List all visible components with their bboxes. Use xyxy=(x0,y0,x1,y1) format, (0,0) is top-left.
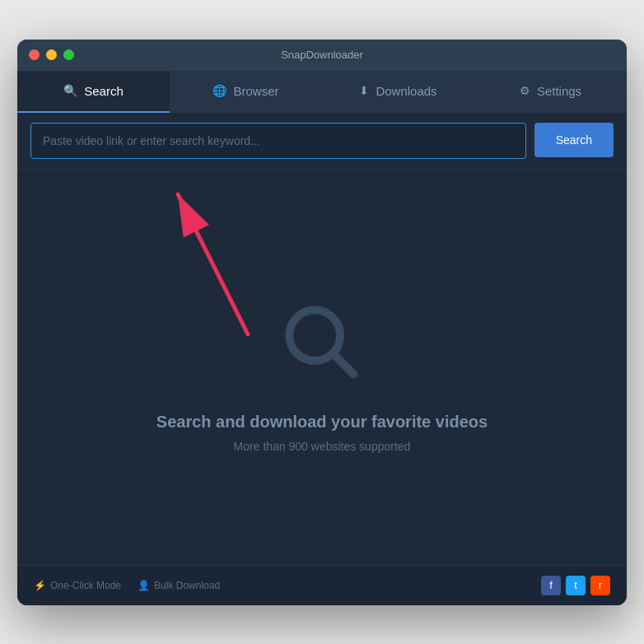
one-click-mode-link[interactable]: ⚡ One-Click Mode xyxy=(34,580,121,591)
maximize-button[interactable] xyxy=(63,49,74,60)
big-search-icon xyxy=(277,297,367,388)
one-click-icon: ⚡ xyxy=(34,580,46,591)
titlebar: SnapDownloader xyxy=(17,40,627,71)
app-window: SnapDownloader 🔍 Search 🌐 Browser ⬇ Down… xyxy=(17,40,627,605)
main-subtitle: More than 900 websites supported xyxy=(234,440,411,453)
twitter-icon[interactable]: t xyxy=(566,576,586,595)
footer-links: ⚡ One-Click Mode 👤 Bulk Download xyxy=(34,580,220,591)
search-bar-area: Search xyxy=(17,113,627,170)
main-title: Search and download your favorite videos xyxy=(156,413,488,432)
facebook-icon[interactable]: f xyxy=(541,576,561,595)
tab-downloads-label: Downloads xyxy=(376,84,436,98)
search-tab-icon: 🔍 xyxy=(63,84,77,97)
search-input-wrapper xyxy=(30,123,526,159)
browser-tab-icon: 🌐 xyxy=(212,84,226,97)
tab-browser-label: Browser xyxy=(233,84,278,98)
footer: ⚡ One-Click Mode 👤 Bulk Download f t r xyxy=(17,565,627,605)
reddit-icon[interactable]: r xyxy=(590,576,610,595)
minimize-button[interactable] xyxy=(46,49,57,60)
app-title: SnapDownloader xyxy=(281,49,363,61)
search-button[interactable]: Search xyxy=(534,123,614,157)
bulk-download-icon: 👤 xyxy=(138,580,150,591)
tab-search-label: Search xyxy=(84,84,124,98)
bulk-download-link[interactable]: 👤 Bulk Download xyxy=(138,580,220,591)
downloads-tab-icon: ⬇ xyxy=(359,84,369,97)
search-input[interactable] xyxy=(31,124,525,158)
window-controls xyxy=(29,49,74,60)
svg-line-3 xyxy=(334,354,353,374)
tab-settings-label: Settings xyxy=(537,84,581,98)
social-icons: f t r xyxy=(541,576,610,595)
tab-downloads[interactable]: ⬇ Downloads xyxy=(322,71,474,113)
nav-tabs: 🔍 Search 🌐 Browser ⬇ Downloads ⚙ Setting… xyxy=(17,71,627,113)
tab-browser[interactable]: 🌐 Browser xyxy=(170,71,322,113)
main-content: Search and download your favorite videos… xyxy=(17,170,627,565)
svg-line-1 xyxy=(178,194,248,334)
tab-search[interactable]: 🔍 Search xyxy=(17,71,170,113)
close-button[interactable] xyxy=(29,49,40,60)
settings-tab-icon: ⚙ xyxy=(520,84,530,97)
tab-settings[interactable]: ⚙ Settings xyxy=(474,71,627,113)
